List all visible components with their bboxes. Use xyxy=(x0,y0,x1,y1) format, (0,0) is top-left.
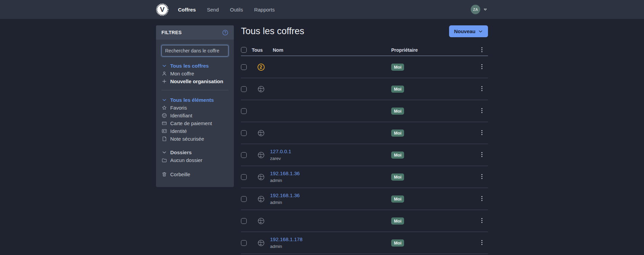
sidebar-section-all-items[interactable]: Tous les éléments xyxy=(156,96,234,104)
help-icon[interactable] xyxy=(222,29,228,36)
sidebar-item-label: Identifiant xyxy=(170,113,192,118)
globe-icon xyxy=(257,129,265,137)
note-icon xyxy=(161,136,167,142)
column-header-proprietaire: Propriétaire xyxy=(391,47,476,53)
row-options-button[interactable] xyxy=(479,217,485,225)
sidebar-item-nouvelle-organisation[interactable]: Nouvelle organisation xyxy=(156,77,234,85)
sidebar-item-favoris[interactable]: Favoris xyxy=(156,104,234,112)
sidebar-item-identite[interactable]: Identité xyxy=(156,127,234,135)
id-card-icon xyxy=(161,128,167,134)
new-button[interactable]: Nouveau xyxy=(449,25,488,37)
vault-table: Tous Nom Propriétaire 2 Moi xyxy=(241,44,488,254)
row-checkbox[interactable] xyxy=(241,196,247,202)
credit-card-icon xyxy=(161,120,167,126)
sidebar-item-label: Carte de paiement xyxy=(170,120,212,126)
table-row: 192.168.1.36 admin Moi xyxy=(241,188,488,210)
row-options-button[interactable] xyxy=(479,63,485,71)
chevron-down-icon xyxy=(161,149,167,155)
sidebar-section-all-vaults[interactable]: Tous les coffres xyxy=(156,62,234,70)
table-row: Moi xyxy=(241,100,488,122)
row-options-button[interactable] xyxy=(479,195,485,203)
globe-icon xyxy=(257,195,265,203)
owner-badge: Moi xyxy=(391,108,404,115)
nav-item-coffres[interactable]: Coffres xyxy=(178,7,196,13)
globe-icon xyxy=(257,85,265,93)
row-options-button[interactable] xyxy=(479,129,485,137)
select-all-checkbox[interactable] xyxy=(241,47,247,53)
owner-badge: Moi xyxy=(391,173,404,181)
avatar[interactable]: ZA xyxy=(471,5,480,14)
row-options-button[interactable] xyxy=(479,151,485,159)
item-name-link[interactable]: 192.168.1.36 xyxy=(270,170,300,177)
kebab-menu-icon xyxy=(479,107,485,114)
row-checkbox[interactable] xyxy=(241,86,247,92)
sidebar-item-corbeille[interactable]: Corbeille xyxy=(156,170,234,178)
page-title: Tous les coffres xyxy=(241,26,304,37)
chevron-down-icon xyxy=(478,29,483,34)
nav-item-send[interactable]: Send xyxy=(207,7,219,13)
search-input[interactable] xyxy=(161,45,228,56)
sidebar-item-carte-de-paiement[interactable]: Carte de paiement xyxy=(156,119,234,127)
row-checkbox[interactable] xyxy=(241,218,247,224)
sidebar-item-mon-coffre[interactable]: Mon coffre xyxy=(156,70,234,77)
vault-table-body: 2 Moi Moi xyxy=(241,56,488,254)
owner-badge: Moi xyxy=(391,239,404,247)
item-name-link[interactable]: 192.168.1.178 xyxy=(270,236,303,243)
sidebar-item-identifiant[interactable]: Identifiant xyxy=(156,112,234,119)
select-all-label: Tous xyxy=(252,47,273,53)
sidebar-item-label: Favoris xyxy=(170,105,187,111)
sidebar-item-note-securisee[interactable]: Note sécurisée xyxy=(156,135,234,143)
vaultwarden-logo-icon[interactable]: V xyxy=(156,3,169,16)
row-options-button[interactable] xyxy=(479,85,485,93)
filters-panel: FILTRES Tous les coffres Mon coffre xyxy=(156,25,234,187)
trash-icon xyxy=(161,171,167,177)
item-username: admin xyxy=(270,200,391,205)
folder-icon xyxy=(161,157,167,163)
user-icon xyxy=(161,71,167,76)
item-name-link[interactable]: 192.168.1.36 xyxy=(270,192,300,199)
sidebar-item-label: Identité xyxy=(170,128,187,134)
sidebar-divider xyxy=(161,90,228,90)
sidebar-item-label: Mon coffre xyxy=(170,71,194,76)
table-options-button[interactable] xyxy=(479,46,485,54)
globe-icon xyxy=(257,239,265,247)
item-name-link[interactable]: 127.0.0.1 xyxy=(270,148,291,155)
sidebar-section-dossiers[interactable]: Dossiers xyxy=(156,148,234,156)
row-options-button[interactable] xyxy=(479,239,485,247)
row-checkbox[interactable] xyxy=(241,108,247,114)
item-username: zarev xyxy=(270,156,391,161)
kebab-menu-icon xyxy=(479,239,485,246)
new-button-label: Nouveau xyxy=(454,28,475,34)
owner-badge: Moi xyxy=(391,217,404,225)
table-row: 2 Moi xyxy=(241,56,488,78)
star-icon xyxy=(161,105,167,111)
row-options-button[interactable] xyxy=(479,107,485,115)
chevron-down-icon xyxy=(161,97,167,103)
globe-icon xyxy=(161,113,167,118)
sidebar-item-label: Note sécurisée xyxy=(170,136,204,142)
owner-badge: Moi xyxy=(391,152,404,159)
section-label: Dossiers xyxy=(170,149,192,155)
owner-badge: Moi xyxy=(391,130,404,137)
sidebar-item-aucun-dossier[interactable]: Aucun dossier xyxy=(156,156,234,164)
table-row: Moi xyxy=(241,78,488,100)
row-checkbox[interactable] xyxy=(241,130,247,136)
owner-badge: Moi xyxy=(391,195,404,203)
section-label: Tous les coffres xyxy=(170,63,209,69)
item-username: admin xyxy=(270,244,391,249)
nav-item-outils[interactable]: Outils xyxy=(230,7,243,13)
column-header-nom: Nom xyxy=(273,47,391,53)
kebab-menu-icon xyxy=(479,151,485,158)
kebab-menu-icon xyxy=(479,217,485,224)
row-checkbox[interactable] xyxy=(241,152,247,158)
nav-item-rapports[interactable]: Rapports xyxy=(254,7,275,13)
row-checkbox[interactable] xyxy=(241,64,247,70)
row-checkbox[interactable] xyxy=(241,174,247,180)
sidebar-item-label: Aucun dossier xyxy=(170,157,202,163)
sidebar-item-label: Corbeille xyxy=(170,171,190,177)
row-checkbox[interactable] xyxy=(241,240,247,246)
filters-title: FILTRES xyxy=(161,30,182,35)
table-row: Moi xyxy=(241,210,488,232)
row-options-button[interactable] xyxy=(479,173,485,181)
account-menu-button[interactable]: ZA xyxy=(471,5,488,14)
